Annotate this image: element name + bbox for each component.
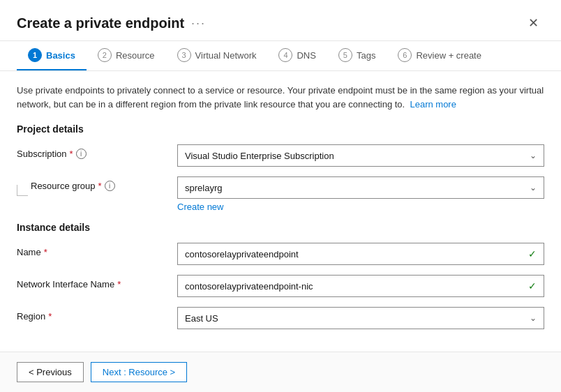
dialog-body: Use private endpoints to privately conne… (0, 71, 561, 352)
resource-group-control-col: sprelayrg ⌄ Create new (177, 176, 544, 212)
tab-resource-label: Resource (116, 50, 155, 61)
subscription-value: Visual Studio Enterprise Subscription (185, 151, 334, 161)
resource-group-label-col: Resource group * i (17, 176, 177, 196)
tab-basics[interactable]: 1 Basics (17, 41, 87, 70)
name-valid-icon: ✓ (528, 248, 537, 259)
subscription-label-col: Subscription * i (17, 144, 177, 159)
create-private-endpoint-dialog: Create a private endpoint ··· ✕ 1 Basics… (0, 0, 561, 392)
name-value: contosorelayprivateendpoint (185, 249, 299, 259)
tab-virtual-network[interactable]: 3 Virtual Network (166, 41, 268, 70)
tab-resource-number: 2 (98, 48, 112, 62)
subscription-row: Subscription * i Visual Studio Enterpris… (17, 144, 544, 167)
resource-group-value: sprelayrg (185, 183, 222, 193)
subscription-label: Subscription * i (17, 149, 177, 159)
name-row: Name * contosorelayprivateendpoint ✓ (17, 243, 544, 265)
nic-name-label: Network Interface Name * (17, 279, 177, 289)
previous-button[interactable]: < Previous (17, 362, 84, 382)
tab-virtual-network-number: 3 (177, 48, 191, 62)
learn-more-link[interactable]: Learn more (410, 99, 456, 110)
region-required: * (48, 311, 52, 322)
indent-line (17, 185, 28, 196)
tab-virtual-network-label: Virtual Network (195, 50, 257, 61)
info-paragraph: Use private endpoints to privately conne… (17, 84, 544, 111)
region-control-col: East US ⌄ (177, 307, 544, 329)
info-text-content: Use private endpoints to privately conne… (17, 85, 544, 110)
tab-review-create[interactable]: 6 Review + create (387, 41, 493, 70)
region-label-col: Region * (17, 307, 177, 322)
tab-review-create-number: 6 (398, 48, 412, 62)
nic-name-row: Network Interface Name * contosorelaypri… (17, 275, 544, 297)
tabs-bar: 1 Basics 2 Resource 3 Virtual Network 4 … (0, 41, 561, 71)
subscription-chevron-icon: ⌄ (530, 151, 537, 160)
nic-name-control-col: contosorelayprivateendpoint-nic ✓ (177, 275, 544, 297)
instance-details-title: Instance details (17, 222, 544, 233)
tab-resource[interactable]: 2 Resource (87, 41, 166, 70)
name-required: * (44, 247, 47, 257)
tab-tags-number: 5 (338, 48, 352, 62)
subscription-dropdown[interactable]: Visual Studio Enterprise Subscription ⌄ (177, 144, 544, 167)
create-new-link[interactable]: Create new (177, 202, 223, 212)
nic-name-input[interactable]: contosorelayprivateendpoint-nic ✓ (177, 275, 544, 297)
name-label-col: Name * (17, 243, 177, 257)
region-row: Region * East US ⌄ (17, 307, 544, 329)
nic-name-required: * (117, 279, 121, 289)
tab-dns-label: DNS (297, 50, 315, 61)
name-label: Name * (17, 247, 177, 257)
tab-tags[interactable]: 5 Tags (327, 41, 387, 70)
resource-group-info-icon[interactable]: i (105, 181, 115, 191)
resource-group-dropdown[interactable]: sprelayrg ⌄ (177, 176, 544, 199)
dialog-ellipsis: ··· (191, 16, 206, 31)
next-button[interactable]: Next : Resource > (91, 362, 187, 382)
subscription-info-icon[interactable]: i (76, 149, 87, 159)
resource-group-label: Resource group * i (31, 181, 115, 191)
tab-basics-number: 1 (28, 48, 42, 62)
subscription-control-col: Visual Studio Enterprise Subscription ⌄ (177, 144, 544, 167)
tab-dns-number: 4 (278, 48, 292, 62)
project-details-title: Project details (17, 123, 544, 135)
resource-group-chevron-icon: ⌄ (530, 183, 537, 193)
dialog-title: Create a private endpoint (17, 15, 184, 31)
region-value: East US (185, 313, 218, 324)
region-chevron-icon: ⌄ (530, 313, 537, 323)
region-label: Region * (17, 311, 177, 322)
tab-dns[interactable]: 4 DNS (267, 41, 327, 70)
tab-basics-label: Basics (46, 50, 75, 61)
dialog-header: Create a private endpoint ··· ✕ (0, 0, 561, 41)
tab-tags-label: Tags (357, 50, 375, 61)
dialog-title-area: Create a private endpoint ··· (17, 15, 206, 31)
resource-group-row: Resource group * i sprelayrg ⌄ Create ne… (17, 176, 544, 212)
nic-name-value: contosorelayprivateendpoint-nic (185, 281, 313, 292)
dialog-footer: < Previous Next : Resource > (0, 352, 561, 392)
name-input[interactable]: contosorelayprivateendpoint ✓ (177, 243, 544, 265)
tab-review-create-label: Review + create (416, 50, 481, 61)
subscription-required: * (70, 149, 73, 159)
resource-group-required: * (98, 181, 102, 191)
close-button[interactable]: ✕ (523, 13, 544, 33)
name-control-col: contosorelayprivateendpoint ✓ (177, 243, 544, 265)
nic-name-label-col: Network Interface Name * (17, 275, 177, 289)
region-dropdown[interactable]: East US ⌄ (177, 307, 544, 329)
nic-name-valid-icon: ✓ (528, 280, 537, 292)
